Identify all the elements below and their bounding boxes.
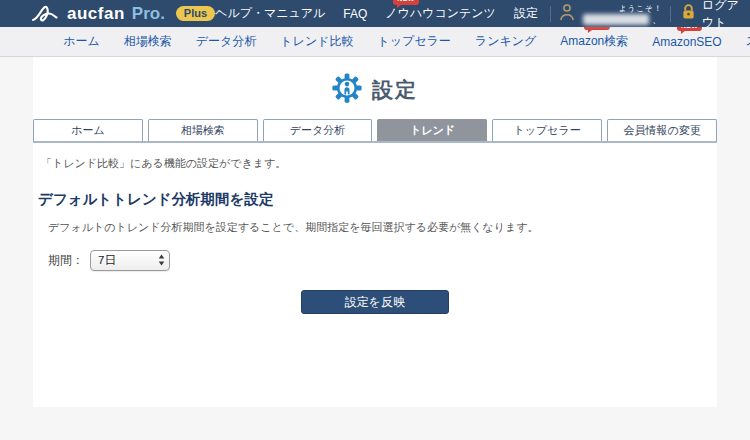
top-menu-settings[interactable]: 設定	[514, 5, 538, 22]
tab-note: 「トレンド比較」にある機能の設定ができます。	[41, 156, 717, 171]
tab-trend[interactable]: トレンド	[377, 119, 487, 141]
plan-badge: Plus	[176, 6, 215, 21]
top-header-bar: aucfan Pro. Plus ヘルプ・マニュアル FAQ NEW ノウハウコ…	[0, 0, 750, 27]
tab-member-info[interactable]: 会員情報の変更	[607, 119, 717, 141]
tab-data-analysis[interactable]: データ分析	[263, 119, 373, 141]
select-stepper-icon	[158, 254, 165, 268]
period-label: 期間：	[48, 252, 84, 269]
welcome-box: ようこそ！ 、	[583, 3, 662, 25]
nav-snipe[interactable]: NEW スナイプ	[746, 33, 750, 50]
nav-amazon-seo-label: AmazonSEO	[652, 35, 721, 49]
user-cluster: ようこそ！ 、	[550, 3, 671, 25]
nav-amazon-search-label: Amazon検索	[560, 34, 628, 48]
page-title: 設定	[372, 76, 418, 104]
period-select-value: 7日	[98, 253, 116, 268]
settings-card: 設定 ホーム 相場検索 データ分析 トレンド トップセラー 会員情報の変更 「ト…	[33, 57, 717, 407]
lock-icon	[681, 3, 696, 24]
tab-market-search[interactable]: 相場検索	[148, 119, 258, 141]
section-description: デフォルトのトレンド分析期間を設定することで、期間指定を毎回選択する必要が無くな…	[48, 220, 717, 235]
aucfan-logo[interactable]: aucfan Pro. Plus	[32, 4, 215, 24]
product-name: Pro.	[132, 4, 165, 24]
nav-data-analysis[interactable]: データ分析	[196, 33, 257, 50]
period-form-row: 期間： 7日	[48, 250, 717, 271]
divider	[670, 6, 671, 22]
nav-snipe-label: スナイプ	[746, 34, 750, 48]
main-nav-bar: ホーム 相場検索 データ分析 トレンド比較 トップセラー ランキング NEW A…	[0, 27, 750, 57]
nav-amazon-search[interactable]: NEW Amazon検索	[560, 33, 628, 50]
brand-name: aucfan	[67, 4, 125, 24]
nav-market-search[interactable]: 相場検索	[124, 33, 172, 50]
top-menu-help[interactable]: ヘルプ・マニュアル	[215, 5, 325, 22]
tab-top-seller[interactable]: トップセラー	[492, 119, 602, 141]
logout-cluster[interactable]: ログアウト	[681, 0, 740, 31]
nav-ranking[interactable]: ランキング	[475, 33, 536, 50]
divider	[550, 6, 551, 22]
new-badge: NEW	[393, 0, 418, 5]
nav-trend-compare[interactable]: トレンド比較	[280, 33, 353, 50]
apply-settings-button[interactable]: 設定を反映	[301, 290, 449, 314]
settings-gear-icon	[332, 73, 362, 107]
nav-home[interactable]: ホーム	[63, 33, 100, 50]
nav-top-seller[interactable]: トップセラー	[377, 33, 450, 50]
top-menu-faq[interactable]: FAQ	[343, 7, 367, 21]
user-icon	[559, 3, 575, 25]
top-menu: ヘルプ・マニュアル FAQ NEW ノウハウコンテンツ 設定	[215, 5, 538, 22]
logout-button[interactable]: ログアウト	[702, 0, 740, 31]
welcome-label: ようこそ！	[619, 3, 662, 14]
top-menu-knowhow-label: ノウハウコンテンツ	[385, 6, 496, 20]
nav-amazon-seo[interactable]: NEW AmazonSEO	[652, 35, 721, 49]
section-title: デフォルトトレンド分析期間を設定	[38, 190, 717, 209]
aucfan-logo-mark-icon	[32, 4, 62, 24]
username-redacted	[583, 14, 649, 25]
page-title-row: 設定	[33, 71, 717, 109]
top-menu-knowhow[interactable]: NEW ノウハウコンテンツ	[385, 5, 496, 22]
tab-home[interactable]: ホーム	[33, 119, 143, 141]
period-select[interactable]: 7日	[90, 250, 170, 271]
comma-text: 、	[652, 15, 662, 25]
settings-tabs: ホーム 相場検索 データ分析 トレンド トップセラー 会員情報の変更	[33, 119, 717, 143]
